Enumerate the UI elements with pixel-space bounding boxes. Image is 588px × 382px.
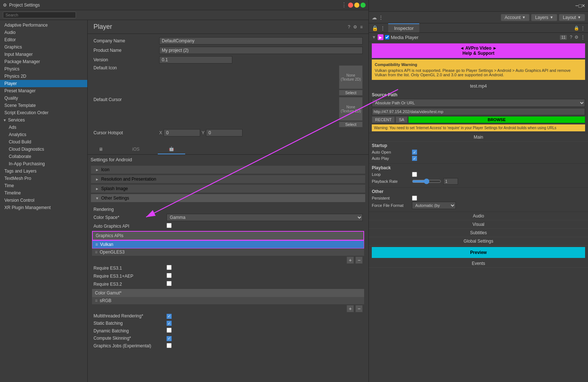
sidebar-item-preset[interactable]: Preset Manager	[0, 87, 87, 94]
multithreaded-checkbox[interactable]: ✓	[167, 314, 172, 319]
inspector-tab[interactable]: Inspector	[388, 23, 419, 32]
close-btn[interactable]	[348, 3, 353, 8]
sidebar-item-editor[interactable]: Editor	[0, 36, 87, 43]
sa-btn[interactable]: SA	[396, 116, 408, 123]
visual-collapsible[interactable]: Visual	[369, 220, 588, 229]
sidebar-item-tags-layers[interactable]: Tags and Layers	[0, 167, 87, 175]
sidebar-item-player[interactable]: Player	[0, 80, 87, 87]
opengles3-item[interactable]: ≡ OpenGLES3	[92, 248, 364, 256]
sidebar-item-textmesh[interactable]: TextMesh Pro	[0, 175, 87, 182]
subtitles-collapsible[interactable]: Subtitles	[369, 229, 588, 237]
loop-checkbox[interactable]	[412, 172, 417, 177]
sidebar-item-physics[interactable]: Physics	[0, 65, 87, 73]
component-help[interactable]: ?	[570, 35, 572, 40]
sidebar-item-version-control[interactable]: Version Control	[0, 197, 87, 204]
sidebar-item-ads[interactable]: Ads	[0, 124, 87, 131]
dynamic-batching-checkbox[interactable]	[167, 328, 172, 333]
playback-rate-slider[interactable]	[412, 178, 441, 184]
auto-open-checkbox[interactable]: ✓	[412, 150, 417, 155]
sidebar-item-input[interactable]: Input Manager	[0, 51, 87, 58]
require-es32-row: Require ES3.2	[92, 281, 364, 288]
persistent-checkbox[interactable]	[412, 196, 417, 201]
static-batching-checkbox[interactable]: ✓	[167, 321, 172, 326]
resolution-section-header[interactable]: ► Resolution and Presentation	[91, 175, 366, 184]
search-input[interactable]	[3, 12, 76, 18]
vulkan-item[interactable]: ≡ Vulkan	[92, 240, 364, 248]
sidebar-item-package[interactable]: Package Manager	[0, 58, 87, 65]
recent-btn[interactable]: RECENT	[372, 116, 395, 123]
sidebar-item-script-order[interactable]: Script Execution Order	[0, 109, 87, 116]
avpro-banner[interactable]: ◄ AVPro Video ► Help & Support	[372, 43, 585, 58]
minimize-btn[interactable]	[354, 3, 359, 8]
auto-play-checkbox[interactable]: ✓	[412, 156, 417, 161]
component-more[interactable]: ⋮	[581, 35, 585, 40]
sidebar-item-cloud-build[interactable]: Cloud Build	[0, 138, 87, 146]
auto-graphics-checkbox[interactable]	[167, 223, 172, 228]
window-minimize-btn[interactable]: −	[575, 3, 579, 9]
global-settings-collapsible[interactable]: Global Settings	[369, 237, 588, 246]
maximize-btn[interactable]	[360, 3, 366, 8]
add-gamut-btn[interactable]: +	[347, 305, 354, 312]
version-input[interactable]	[159, 56, 232, 63]
sidebar-item-iap[interactable]: In-App Purchasing	[0, 160, 87, 167]
tab-android[interactable]: 🤖	[158, 144, 185, 154]
sidebar-item-time[interactable]: Time	[0, 182, 87, 189]
inspector-lock2[interactable]: 🔒	[574, 26, 579, 31]
other-section-header[interactable]: ▼ Other Settings	[91, 194, 366, 202]
sidebar-item-collaborate[interactable]: Collaborate	[0, 153, 87, 160]
remove-api-btn[interactable]: −	[355, 256, 363, 264]
main-collapsible[interactable]: Main	[369, 133, 588, 142]
browse-btn[interactable]: BROWSE	[408, 116, 585, 123]
sidebar-item-audio[interactable]: Audio	[0, 29, 87, 36]
sidebar-item-analytics[interactable]: Analytics	[0, 131, 87, 138]
sidebar-item-scene-template[interactable]: Scene Template	[0, 102, 87, 109]
playback-rate-input[interactable]	[443, 178, 458, 185]
require-es32-checkbox[interactable]	[167, 281, 172, 286]
settings-icon[interactable]: ⚙	[353, 24, 357, 30]
sidebar-item-cloud-diag[interactable]: Cloud Diagnostics	[0, 146, 87, 153]
company-name-input[interactable]	[159, 37, 363, 45]
product-name-input[interactable]	[159, 47, 363, 54]
lock-icon[interactable]: 🔒	[372, 25, 378, 31]
scroll-icon[interactable]: ≡	[360, 24, 363, 30]
sidebar-item-timeline[interactable]: Timeline	[0, 189, 87, 197]
component-enabled-checkbox[interactable]	[385, 35, 389, 39]
inspector-more[interactable]: ⋮	[581, 26, 585, 31]
remove-gamut-btn[interactable]: −	[355, 305, 363, 312]
sidebar-item-services[interactable]: ▼ Services	[0, 116, 87, 124]
sidebar-item-xr[interactable]: XR Plugin Management	[0, 204, 87, 211]
require-es3aep-checkbox[interactable]	[167, 273, 172, 278]
expand-arrow[interactable]: ▼	[372, 35, 376, 40]
sidebar-item-physics2d[interactable]: Physics 2D	[0, 73, 87, 80]
tab-desktop[interactable]: 🖥	[88, 144, 114, 154]
layout-btn[interactable]: Layout ▼	[559, 14, 585, 21]
component-settings[interactable]: ⚙	[574, 35, 579, 40]
url-input[interactable]	[372, 108, 585, 115]
hotspot-x-input[interactable]	[164, 129, 200, 136]
icon-section-header[interactable]: ► Icon	[91, 165, 366, 174]
icon-select-btn[interactable]: Select	[339, 90, 363, 96]
sidebar-item-adaptive[interactable]: Adaptive Performance	[0, 22, 87, 29]
window-maximize-btn[interactable]: □	[579, 3, 581, 9]
source-path-dropdown[interactable]: Absolute Path Or URL	[372, 99, 585, 107]
preview-btn[interactable]: Preview	[372, 247, 585, 258]
force-file-format-select[interactable]: Automatic (by	[412, 202, 456, 209]
sidebar-item-quality[interactable]: Quality	[0, 94, 87, 102]
window-close-btn[interactable]: ×	[582, 3, 585, 9]
tab-ios[interactable]: iOS	[114, 144, 158, 154]
require-es3-checkbox[interactable]	[167, 265, 172, 270]
default-cursor-preview: None(Texture 2D)	[339, 97, 363, 121]
hotspot-y-input[interactable]	[206, 129, 243, 136]
audio-collapsible[interactable]: Audio	[369, 212, 588, 220]
compute-skinning-checkbox[interactable]: ✓	[167, 336, 172, 341]
sidebar-item-graphics[interactable]: Graphics	[0, 43, 87, 51]
graphics-jobs-checkbox[interactable]	[167, 343, 172, 348]
help-icon[interactable]: ?	[348, 24, 350, 30]
layers-btn[interactable]: Layers ▼	[531, 14, 557, 21]
add-api-btn[interactable]: +	[347, 256, 354, 264]
splash-section-header[interactable]: ► Splash Image	[91, 184, 366, 193]
cursor-select-btn[interactable]: Select	[339, 121, 363, 127]
events-collapsible[interactable]: Events	[369, 259, 588, 268]
account-btn[interactable]: Account ▼	[501, 14, 530, 21]
color-space-select[interactable]: Gamma	[167, 214, 363, 221]
